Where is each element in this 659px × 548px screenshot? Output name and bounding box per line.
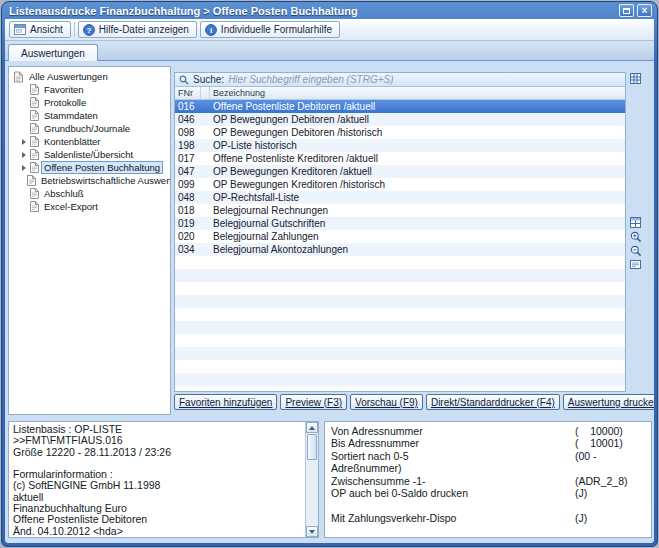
tree-item-label: Excel-Export — [42, 201, 100, 212]
tree-item[interactable]: Abschluß — [9, 187, 170, 200]
expand-icon[interactable] — [20, 191, 27, 197]
param-value: (ADR_2_8) — [575, 475, 628, 487]
tree-item[interactable]: Saldenliste/Übersicht — [9, 148, 170, 161]
zoom-out-icon[interactable] — [629, 244, 642, 257]
table-row[interactable]: 017 Offene Postenliste Kreditoren /aktue… — [175, 152, 625, 165]
expand-icon[interactable] — [20, 178, 24, 184]
svg-text:i: i — [210, 25, 212, 34]
cell-bezeichnung: Belegjournal Rechnungen — [210, 205, 625, 216]
tree-item[interactable]: Protokolle — [9, 96, 170, 109]
table-row[interactable]: 018 Belegjournal Rechnungen — [175, 204, 625, 217]
table-row[interactable]: 016 Offene Postenliste Debitoren /aktuel… — [175, 100, 625, 113]
table-row[interactable]: 019 Belegjournal Gutschriften — [175, 217, 625, 230]
tab-auswertungen[interactable]: Auswertungen — [8, 44, 98, 61]
scrollbar-thumb[interactable] — [307, 434, 317, 460]
table-header: FNr Bezeichnung — [175, 87, 625, 100]
search-bar[interactable]: Suche: Hier Suchbegriff eingeben (STRG+S… — [175, 73, 625, 87]
cell-fnr: 016 — [175, 101, 201, 112]
tab-strip: Auswertungen — [5, 41, 654, 61]
document-icon — [27, 175, 36, 186]
search-placeholder: Hier Suchbegriff eingeben (STRG+S) — [228, 74, 393, 85]
cell-bezeichnung: Offene Postenliste Kreditoren /aktuell — [210, 153, 625, 164]
info-icon: i — [205, 24, 217, 36]
param-value: (00 - — [575, 450, 597, 462]
tree-item[interactable]: Grundbuch/Journale — [9, 122, 170, 135]
info-scrollbar[interactable] — [305, 422, 318, 537]
search-icon — [179, 75, 189, 85]
scrollbar-track[interactable] — [306, 461, 318, 526]
cell-bezeichnung: Belegjournal Akontozahlungen — [210, 244, 625, 255]
scroll-up-icon — [309, 426, 315, 430]
param-row: OP auch bei 0-Saldo drucken (J) — [331, 487, 651, 499]
table-row[interactable]: 034 Belegjournal Akontozahlungen — [175, 243, 625, 256]
expand-icon[interactable] — [20, 165, 27, 171]
direct-printer-button[interactable]: Direkt/Standarddrucker (F4) — [426, 394, 560, 410]
close-button[interactable]: × — [637, 4, 652, 17]
table-row[interactable]: 046 OP Bewegungen Debitoren /aktuell — [175, 113, 625, 126]
preview-f3-button[interactable]: Preview (F3) — [280, 394, 347, 410]
param-value: ( 10001) — [575, 437, 623, 449]
table-row[interactable]: 047 OP Bewegungen Kreditoren /aktuell — [175, 165, 625, 178]
vorschau-f9-button[interactable]: Vorschau (F9) — [350, 394, 423, 410]
document-icon — [30, 97, 39, 108]
expand-icon[interactable] — [20, 113, 27, 119]
param-label: Bis Adressnummer — [331, 437, 419, 449]
expand-icon[interactable] — [20, 204, 27, 210]
tree-item-selected[interactable]: Offene Posten Buchhaltung — [9, 161, 170, 174]
param-label: Mit Zahlungsverkehr-Dispo — [331, 512, 456, 524]
cell-fnr: 047 — [175, 166, 201, 177]
param-row: Zwischensumme -1- (ADR_2_8) — [331, 475, 651, 487]
info-line: Offene Postenliste Debitoren — [13, 514, 301, 525]
scroll-up-button[interactable] — [306, 422, 318, 433]
add-favorites-button[interactable]: Favoriten hinzufügen — [174, 394, 277, 410]
expand-icon[interactable] — [20, 126, 27, 132]
cell-fnr: 198 — [175, 140, 201, 151]
expand-icon[interactable] — [20, 87, 27, 93]
view-button[interactable]: Ansicht — [9, 21, 71, 38]
cell-bezeichnung: Offene Postenliste Debitoren /aktuell — [210, 101, 625, 112]
column-header-bezeichnung[interactable]: Bezeichnung — [210, 87, 625, 99]
tree-item[interactable]: Kontenblätter — [9, 135, 170, 148]
side-toolbar — [628, 72, 643, 392]
table-row[interactable]: 048 OP-Rechtsfall-Liste — [175, 191, 625, 204]
tree-item-label: Kontenblätter — [42, 136, 103, 147]
document-icon — [30, 188, 39, 199]
tree-item[interactable]: Betriebswirtschaftliche Auswertungen — [9, 174, 170, 187]
tree-item[interactable]: Excel-Export — [9, 200, 170, 213]
table-row[interactable]: 098 OP Bewegungen Debitoren /historisch — [175, 126, 625, 139]
scroll-down-icon — [309, 530, 315, 534]
print-report-button[interactable]: Auswertung drucken — [563, 394, 654, 410]
expand-icon[interactable] — [20, 152, 27, 158]
document-icon — [30, 84, 39, 95]
tree-item-label: Grundbuch/Journale — [42, 123, 132, 134]
scroll-down-button[interactable] — [306, 526, 318, 537]
title-bar[interactable]: Listenausdrucke Finanzbuchhaltung > Offe… — [2, 2, 657, 19]
param-row: Von Adressnummer ( 10000) — [331, 425, 651, 437]
cell-bezeichnung: OP-Rechtsfall-Liste — [210, 192, 625, 203]
table-icon[interactable] — [629, 216, 642, 229]
expand-icon[interactable] — [20, 139, 27, 145]
individual-form-help-button[interactable]: i Individuelle Formularhilfe — [200, 21, 340, 38]
zoom-in-icon[interactable] — [629, 230, 642, 243]
report-table: Suche: Hier Suchbegriff eingeben (STRG+S… — [174, 72, 626, 392]
info-text: Listenbasis : OP-LISTE>>FMT\FMTFIAUS.016… — [9, 422, 305, 537]
card-icon[interactable] — [629, 258, 642, 271]
table-row[interactable]: 099 OP Bewegungen Kreditoren /historisch — [175, 178, 625, 191]
expand-icon[interactable] — [20, 100, 27, 106]
restore-button[interactable] — [619, 4, 634, 17]
column-header-fnr[interactable]: FNr — [175, 87, 201, 99]
grid-icon[interactable] — [629, 72, 642, 85]
help-file-button[interactable]: ? Hilfe-Datei anzeigen — [78, 21, 197, 38]
table-row[interactable]: 020 Belegjournal Zahlungen — [175, 230, 625, 243]
column-header-flag[interactable] — [201, 87, 210, 99]
view-icon — [14, 24, 26, 35]
table-row[interactable]: 198 OP-Liste historisch — [175, 139, 625, 152]
tree-item[interactable]: Favoriten — [9, 83, 170, 96]
param-value: (J) — [575, 512, 587, 524]
param-row: Bis Adressnummer ( 10001) — [331, 437, 651, 449]
document-icon — [30, 136, 39, 147]
toolbar: Ansicht ? Hilfe-Datei anzeigen i Individ… — [5, 19, 654, 41]
cell-fnr: 018 — [175, 205, 201, 216]
tree-item[interactable]: Stammdaten — [9, 109, 170, 122]
tree-root-item[interactable]: Alle Auswertungen — [9, 67, 170, 83]
